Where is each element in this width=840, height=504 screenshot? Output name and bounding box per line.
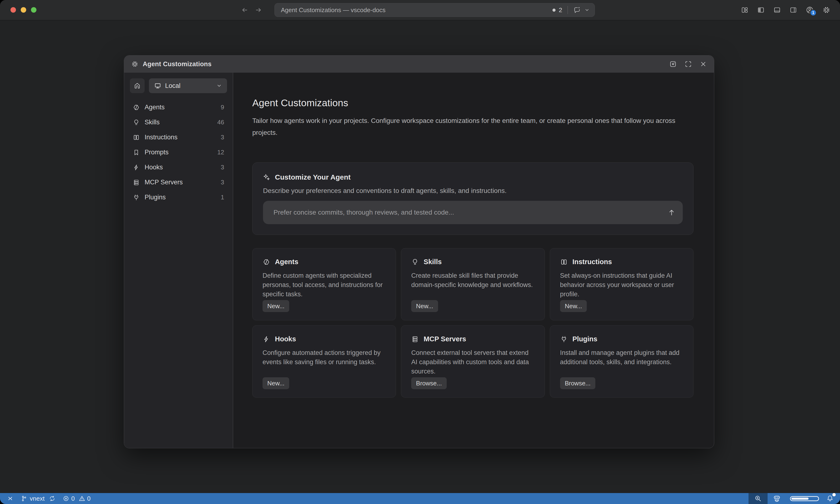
sidebar-item-mcp-servers[interactable]: MCP Servers 3 <box>130 175 227 190</box>
sidebar-item-count: 46 <box>217 119 224 126</box>
settings-gear-icon[interactable] <box>822 6 830 14</box>
card-description: Create reusable skill files that provide… <box>411 271 534 290</box>
dialog-title: Agent Customizations <box>143 60 212 68</box>
git-branch-indicator[interactable]: vnext <box>17 493 59 504</box>
customize-input[interactable] <box>273 209 667 216</box>
card-title: Hooks <box>275 335 296 343</box>
sidebar-item-count: 1 <box>221 194 224 201</box>
home-button[interactable] <box>130 78 145 93</box>
titlebar: Agent Customizations — vscode-docs 2 1 <box>0 0 840 20</box>
dialog-header[interactable]: Agent Customizations <box>124 55 714 73</box>
server-icon <box>133 179 140 186</box>
sidebar-item-label: Plugins <box>145 194 166 201</box>
forward-arrow-icon[interactable] <box>255 6 262 14</box>
page-title: Agent Customizations <box>252 97 694 109</box>
new-agent-button[interactable]: New... <box>263 300 289 312</box>
card-mcp-servers: MCP Servers Connect external tool server… <box>401 325 544 398</box>
dialog-body: Local Agents 9 Skills 46 <box>124 73 714 448</box>
back-arrow-icon[interactable] <box>241 6 248 14</box>
toggle-secondary-sidebar-icon[interactable] <box>789 6 797 14</box>
remote-icon <box>7 495 14 502</box>
sparkle-icon <box>263 174 270 181</box>
sidebar-item-agents[interactable]: Agents 9 <box>130 100 227 115</box>
scope-row: Local <box>130 78 227 93</box>
agent-customizations-dialog: Agent Customizations <box>124 55 714 448</box>
problems-indicator[interactable]: 0 0 <box>59 493 94 504</box>
lightbulb-icon <box>411 258 419 266</box>
card-title: Skills <box>424 258 442 266</box>
card-header: Skills <box>411 258 534 266</box>
close-window-button[interactable] <box>11 7 16 13</box>
card-hooks: Hooks Configure automated actions trigge… <box>252 325 396 398</box>
card-header: Plugins <box>560 335 683 343</box>
divider <box>568 6 568 14</box>
zoom-window-button[interactable] <box>31 7 36 13</box>
account-icon[interactable]: 1 <box>806 6 814 14</box>
branch-name: vnext <box>30 495 44 502</box>
server-icon <box>411 335 419 343</box>
fullscreen-icon[interactable] <box>684 60 692 68</box>
card-title: Agents <box>275 258 298 266</box>
zap-icon <box>263 335 270 343</box>
statusbar-right <box>749 493 840 504</box>
new-instruction-button[interactable]: New... <box>560 300 587 312</box>
toggle-panel-icon[interactable] <box>773 6 781 14</box>
copilot-chat-icon[interactable] <box>573 6 581 14</box>
new-skill-button[interactable]: New... <box>411 300 438 312</box>
card-title: Plugins <box>572 335 597 343</box>
card-title: Instructions <box>572 258 612 266</box>
home-icon <box>133 82 141 89</box>
sidebar-item-count: 3 <box>221 164 224 171</box>
customize-description: Describe your preferences and convention… <box>263 187 683 195</box>
dot-badge-icon <box>552 8 556 12</box>
card-description: Define custom agents with specialized pe… <box>263 271 386 299</box>
card-title: MCP Servers <box>424 335 466 343</box>
dot-badge-count: 2 <box>559 6 562 14</box>
progress-fill <box>791 498 808 500</box>
chevron-down-icon[interactable] <box>584 7 590 13</box>
card-header: Hooks <box>263 335 386 343</box>
browse-plugins-button[interactable]: Browse... <box>560 377 595 389</box>
agent-icon <box>133 104 140 111</box>
notification-dot-badge <box>833 493 836 497</box>
warning-icon <box>78 495 85 502</box>
minimize-window-button[interactable] <box>21 7 26 13</box>
toggle-primary-sidebar-icon[interactable] <box>757 6 765 14</box>
card-instructions: Instructions Set always-on instructions … <box>550 248 694 320</box>
sidebar-item-count: 12 <box>217 149 224 156</box>
close-icon[interactable] <box>700 60 707 68</box>
sidebar-item-label: MCP Servers <box>145 179 183 186</box>
card-plugins: Plugins Install and manage agent plugins… <box>550 325 694 398</box>
pop-into-editor-icon[interactable] <box>669 60 677 68</box>
warning-count: 0 <box>87 495 91 502</box>
customize-your-agent-panel: Customize Your Agent Describe your prefe… <box>252 162 694 235</box>
new-hook-button[interactable]: New... <box>263 377 289 389</box>
command-center[interactable]: Agent Customizations — vscode-docs 2 <box>274 3 595 17</box>
scope-dropdown[interactable]: Local <box>149 78 227 93</box>
copilot-indicator[interactable] <box>768 494 786 503</box>
account-badge: 1 <box>810 9 817 16</box>
notifications-indicator[interactable] <box>823 495 840 502</box>
scope-label: Local <box>165 82 181 90</box>
remote-indicator[interactable] <box>3 493 17 504</box>
sidebar-item-hooks[interactable]: Hooks 3 <box>130 160 227 175</box>
sidebar-item-instructions[interactable]: Instructions 3 <box>130 130 227 145</box>
card-agents: Agents Define custom agents with special… <box>252 248 396 320</box>
card-description: Install and manage agent plugins that ad… <box>560 348 683 367</box>
sidebar-item-label: Agents <box>145 104 165 111</box>
customize-layout-icon[interactable] <box>741 6 749 14</box>
agent-icon <box>263 258 270 266</box>
sidebar-item-plugins[interactable]: Plugins 1 <box>130 190 227 205</box>
sidebar-item-skills[interactable]: Skills 46 <box>130 115 227 130</box>
zoom-in-indicator[interactable] <box>749 493 768 504</box>
statusbar: vnext 0 0 <box>0 493 840 504</box>
copilot-icon <box>773 494 781 503</box>
submit-arrow-up-icon[interactable] <box>667 209 676 217</box>
chevron-down-icon <box>216 83 222 89</box>
history-nav <box>241 0 262 20</box>
command-center-right: 2 <box>552 6 590 14</box>
browse-mcp-servers-button[interactable]: Browse... <box>411 377 446 389</box>
sidebar-item-prompts[interactable]: Prompts 12 <box>130 145 227 160</box>
card-header: Instructions <box>560 258 683 266</box>
sidebar-item-label: Skills <box>145 119 160 126</box>
